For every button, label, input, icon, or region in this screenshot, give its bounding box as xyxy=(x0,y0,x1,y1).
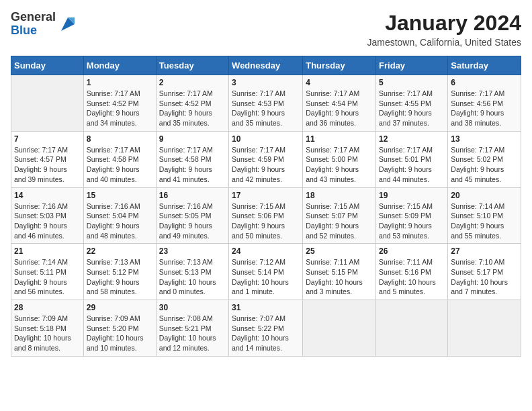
cell-date-number: 25 xyxy=(306,246,373,256)
cell-info: Sunrise: 7:17 AM Sunset: 4:54 PM Dayligh… xyxy=(306,89,373,128)
calendar-cell: 26Sunrise: 7:11 AM Sunset: 5:16 PM Dayli… xyxy=(376,244,448,300)
calendar-cell: 21Sunrise: 7:14 AM Sunset: 5:11 PM Dayli… xyxy=(11,244,84,300)
calendar-cell xyxy=(376,300,448,357)
cell-info: Sunrise: 7:17 AM Sunset: 5:00 PM Dayligh… xyxy=(306,145,373,185)
day-header-saturday: Saturday xyxy=(448,56,521,75)
calendar-cell: 19Sunrise: 7:15 AM Sunset: 5:09 PM Dayli… xyxy=(376,187,448,244)
cell-info: Sunrise: 7:15 AM Sunset: 5:09 PM Dayligh… xyxy=(379,201,445,241)
calendar-cell: 30Sunrise: 7:08 AM Sunset: 5:21 PM Dayli… xyxy=(156,300,228,357)
cell-date-number: 6 xyxy=(451,78,518,87)
cell-date-number: 11 xyxy=(306,134,373,144)
calendar-cell: 17Sunrise: 7:15 AM Sunset: 5:06 PM Dayli… xyxy=(229,187,303,244)
calendar-week-2: 14Sunrise: 7:16 AM Sunset: 5:03 PM Dayli… xyxy=(11,187,521,244)
cell-info: Sunrise: 7:15 AM Sunset: 5:06 PM Dayligh… xyxy=(232,201,300,241)
logo-blue-text: Blue xyxy=(11,24,56,38)
cell-info: Sunrise: 7:09 AM Sunset: 5:20 PM Dayligh… xyxy=(87,314,153,353)
calendar-cell: 4Sunrise: 7:17 AM Sunset: 4:54 PM Daylig… xyxy=(303,75,376,132)
cell-date-number: 18 xyxy=(306,191,373,200)
cell-info: Sunrise: 7:16 AM Sunset: 5:03 PM Dayligh… xyxy=(14,201,81,241)
cell-date-number: 21 xyxy=(14,246,81,256)
cell-info: Sunrise: 7:17 AM Sunset: 4:55 PM Dayligh… xyxy=(379,89,445,128)
calendar-cell: 20Sunrise: 7:14 AM Sunset: 5:10 PM Dayli… xyxy=(448,187,521,244)
day-header-friday: Friday xyxy=(376,56,448,75)
cell-info: Sunrise: 7:17 AM Sunset: 4:57 PM Dayligh… xyxy=(14,145,81,185)
cell-info: Sunrise: 7:17 AM Sunset: 4:58 PM Dayligh… xyxy=(159,145,226,185)
cell-info: Sunrise: 7:10 AM Sunset: 5:17 PM Dayligh… xyxy=(451,257,518,297)
cell-date-number: 10 xyxy=(232,134,300,144)
calendar-cell: 3Sunrise: 7:17 AM Sunset: 4:53 PM Daylig… xyxy=(229,75,303,132)
calendar-cell: 2Sunrise: 7:17 AM Sunset: 4:52 PM Daylig… xyxy=(156,75,228,132)
page-title: January 2024 xyxy=(367,11,521,36)
calendar-cell xyxy=(448,300,521,357)
cell-date-number: 9 xyxy=(159,134,226,144)
cell-date-number: 26 xyxy=(379,246,445,256)
cell-info: Sunrise: 7:13 AM Sunset: 5:12 PM Dayligh… xyxy=(87,257,153,297)
day-header-wednesday: Wednesday xyxy=(229,56,303,75)
calendar-cell xyxy=(303,300,376,357)
calendar-cell: 31Sunrise: 7:07 AM Sunset: 5:22 PM Dayli… xyxy=(229,300,303,357)
cell-date-number: 24 xyxy=(232,246,300,256)
calendar-header: SundayMondayTuesdayWednesdayThursdayFrid… xyxy=(11,56,521,75)
cell-info: Sunrise: 7:17 AM Sunset: 4:58 PM Dayligh… xyxy=(87,145,153,185)
calendar-cell: 9Sunrise: 7:17 AM Sunset: 4:58 PM Daylig… xyxy=(156,131,228,187)
cell-info: Sunrise: 7:07 AM Sunset: 5:22 PM Dayligh… xyxy=(232,314,300,353)
cell-info: Sunrise: 7:17 AM Sunset: 4:53 PM Dayligh… xyxy=(232,89,300,128)
calendar-cell: 28Sunrise: 7:09 AM Sunset: 5:18 PM Dayli… xyxy=(11,300,84,357)
day-header-tuesday: Tuesday xyxy=(156,56,228,75)
day-header-monday: Monday xyxy=(83,56,156,75)
cell-info: Sunrise: 7:13 AM Sunset: 5:13 PM Dayligh… xyxy=(159,257,226,297)
cell-info: Sunrise: 7:17 AM Sunset: 4:52 PM Dayligh… xyxy=(87,89,153,128)
calendar-cell: 29Sunrise: 7:09 AM Sunset: 5:20 PM Dayli… xyxy=(83,300,156,357)
calendar-cell: 22Sunrise: 7:13 AM Sunset: 5:12 PM Dayli… xyxy=(83,244,156,300)
cell-date-number: 3 xyxy=(232,78,300,87)
logo-icon xyxy=(58,15,77,34)
calendar-cell: 12Sunrise: 7:17 AM Sunset: 5:01 PM Dayli… xyxy=(376,131,448,187)
cell-info: Sunrise: 7:16 AM Sunset: 5:05 PM Dayligh… xyxy=(159,201,226,241)
cell-info: Sunrise: 7:11 AM Sunset: 5:16 PM Dayligh… xyxy=(379,257,445,297)
cell-info: Sunrise: 7:16 AM Sunset: 5:04 PM Dayligh… xyxy=(87,201,153,241)
calendar-cell: 23Sunrise: 7:13 AM Sunset: 5:13 PM Dayli… xyxy=(156,244,228,300)
calendar-cell: 6Sunrise: 7:17 AM Sunset: 4:56 PM Daylig… xyxy=(448,75,521,132)
calendar-cell: 15Sunrise: 7:16 AM Sunset: 5:04 PM Dayli… xyxy=(83,187,156,244)
cell-date-number: 28 xyxy=(14,303,81,312)
cell-date-number: 23 xyxy=(159,246,226,256)
day-header-sunday: Sunday xyxy=(11,56,84,75)
page-subtitle: Jamestown, California, United States xyxy=(367,37,521,48)
calendar-cell: 16Sunrise: 7:16 AM Sunset: 5:05 PM Dayli… xyxy=(156,187,228,244)
header-row: SundayMondayTuesdayWednesdayThursdayFrid… xyxy=(11,56,521,75)
calendar-body: 1Sunrise: 7:17 AM Sunset: 4:52 PM Daylig… xyxy=(11,75,521,357)
cell-date-number: 14 xyxy=(14,191,81,200)
cell-info: Sunrise: 7:17 AM Sunset: 4:56 PM Dayligh… xyxy=(451,89,518,128)
calendar-cell: 8Sunrise: 7:17 AM Sunset: 4:58 PM Daylig… xyxy=(83,131,156,187)
logo: General Blue xyxy=(11,11,77,38)
calendar-cell: 10Sunrise: 7:17 AM Sunset: 4:59 PM Dayli… xyxy=(229,131,303,187)
calendar-cell: 5Sunrise: 7:17 AM Sunset: 4:55 PM Daylig… xyxy=(376,75,448,132)
calendar-cell: 25Sunrise: 7:11 AM Sunset: 5:15 PM Dayli… xyxy=(303,244,376,300)
cell-date-number: 17 xyxy=(232,191,300,200)
cell-info: Sunrise: 7:17 AM Sunset: 5:01 PM Dayligh… xyxy=(379,145,445,185)
cell-info: Sunrise: 7:17 AM Sunset: 5:02 PM Dayligh… xyxy=(451,145,518,185)
calendar-cell: 18Sunrise: 7:15 AM Sunset: 5:07 PM Dayli… xyxy=(303,187,376,244)
page-header: General Blue January 2024 Jamestown, Cal… xyxy=(11,11,521,48)
calendar-cell: 14Sunrise: 7:16 AM Sunset: 5:03 PM Dayli… xyxy=(11,187,84,244)
cell-info: Sunrise: 7:09 AM Sunset: 5:18 PM Dayligh… xyxy=(14,314,81,353)
cell-date-number: 30 xyxy=(159,303,226,312)
cell-date-number: 4 xyxy=(306,78,373,87)
calendar-week-1: 7Sunrise: 7:17 AM Sunset: 4:57 PM Daylig… xyxy=(11,131,521,187)
cell-date-number: 2 xyxy=(159,78,226,87)
cell-date-number: 5 xyxy=(379,78,445,87)
cell-date-number: 31 xyxy=(232,303,300,312)
cell-info: Sunrise: 7:17 AM Sunset: 4:59 PM Dayligh… xyxy=(232,145,300,185)
calendar-cell: 24Sunrise: 7:12 AM Sunset: 5:14 PM Dayli… xyxy=(229,244,303,300)
cell-date-number: 20 xyxy=(451,191,518,200)
cell-info: Sunrise: 7:12 AM Sunset: 5:14 PM Dayligh… xyxy=(232,257,300,297)
calendar-cell: 1Sunrise: 7:17 AM Sunset: 4:52 PM Daylig… xyxy=(83,75,156,132)
calendar-week-0: 1Sunrise: 7:17 AM Sunset: 4:52 PM Daylig… xyxy=(11,75,521,132)
calendar-cell: 7Sunrise: 7:17 AM Sunset: 4:57 PM Daylig… xyxy=(11,131,84,187)
cell-date-number: 16 xyxy=(159,191,226,200)
cell-date-number: 22 xyxy=(87,246,153,256)
cell-date-number: 8 xyxy=(87,134,153,144)
cell-info: Sunrise: 7:14 AM Sunset: 5:11 PM Dayligh… xyxy=(14,257,81,297)
calendar-table: SundayMondayTuesdayWednesdayThursdayFrid… xyxy=(11,56,521,357)
cell-info: Sunrise: 7:17 AM Sunset: 4:52 PM Dayligh… xyxy=(159,89,226,128)
